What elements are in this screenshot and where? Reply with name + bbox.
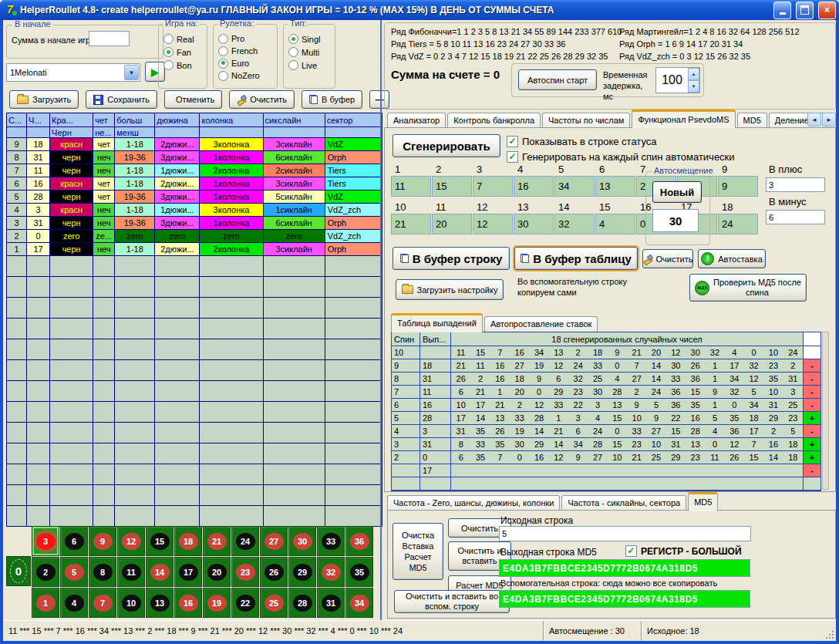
md5-clear-insert-aux-button[interactable]: Очистить и вставить во вспом. строку <box>394 590 510 613</box>
radio-option-fan[interactable]: Fan <box>163 46 207 59</box>
close-button[interactable]: × <box>818 2 836 19</box>
radio-option-nozero[interactable]: NoZero <box>218 69 277 82</box>
radio-option-real[interactable]: Real <box>163 32 207 46</box>
radio-option-singl[interactable]: Singl <box>288 32 335 46</box>
load-settings-button[interactable]: Загрузить настройку <box>396 279 504 300</box>
resize-grip[interactable] <box>825 630 834 639</box>
history-empty-cell <box>263 506 325 527</box>
scroll-right-icon[interactable]: ► <box>822 113 836 126</box>
tab-main-3[interactable]: Функционал PsevdoMS <box>632 110 735 128</box>
board-cell-18[interactable]: 18 <box>174 526 202 556</box>
tab-spins-0[interactable]: Таблица выпадений <box>391 313 483 332</box>
board-cell-1[interactable]: 1 <box>32 588 59 618</box>
radio-option-euro[interactable]: Euro <box>218 57 277 69</box>
spinner-down-icon[interactable]: ▼ <box>688 80 699 93</box>
board-cell-4[interactable]: 4 <box>60 588 88 618</box>
autogenerate-checkbox[interactable]: ✓ Генерировать на каждый спин автоматиче… <box>507 151 735 163</box>
scroll-left-icon[interactable]: ◄ <box>807 113 821 126</box>
autospin-start-button[interactable]: Автоспин старт <box>518 69 597 90</box>
board-cell-10[interactable]: 10 <box>117 588 145 618</box>
board-cell-9[interactable]: 9 <box>89 526 116 556</box>
tab-main-1[interactable]: Контроль банкролла <box>447 113 541 128</box>
minus-input[interactable] <box>766 210 825 224</box>
uppercase-checkbox[interactable]: ✓ РЕГИСТР - БОЛЬШОЙ <box>625 545 742 557</box>
tab-main-2[interactable]: Частоты по числам <box>542 113 630 128</box>
board-cell-20[interactable]: 20 <box>203 557 231 587</box>
autobet-button[interactable]: ! Автоставка <box>698 249 766 268</box>
board-cell-24[interactable]: 24 <box>231 526 259 556</box>
radio-option-multi[interactable]: Multi <box>288 46 335 59</box>
board-cell-0[interactable]: 0 <box>6 556 31 586</box>
board-cell-8[interactable]: 8 <box>89 557 116 587</box>
board-cell-32[interactable]: 32 <box>317 557 345 587</box>
copy-row-button[interactable]: В буфер строку <box>393 247 510 270</box>
plus-input[interactable] <box>766 177 825 192</box>
tab-main-4[interactable]: MD5 <box>737 113 767 128</box>
title-bar: 7 HelperRoullet 4.8- create helperroulle… <box>0 0 839 20</box>
spinner-up-icon[interactable]: ▲ <box>688 68 699 80</box>
board-cell-33[interactable]: 33 <box>317 526 345 556</box>
board-cell-16[interactable]: 16 <box>174 588 202 618</box>
preset-combobox[interactable]: 1Melonati ▼ <box>6 63 140 82</box>
start-sum-input[interactable] <box>89 31 130 46</box>
board-cell-3[interactable]: 3 <box>32 526 59 556</box>
board-cell-11[interactable]: 11 <box>117 557 145 587</box>
spins-number: 15 <box>744 453 763 462</box>
board-cell-19[interactable]: 19 <box>203 588 231 618</box>
history-empty-cell <box>155 485 200 506</box>
toolbar-brush-icon-button[interactable]: Очистить <box>229 90 295 109</box>
board-cell-30[interactable]: 30 <box>288 526 316 556</box>
spins-number: 0 <box>510 453 529 462</box>
board-cell-7[interactable]: 7 <box>89 588 116 618</box>
autoshift-value[interactable]: 30 <box>652 209 699 232</box>
new-button[interactable]: Новый <box>652 181 702 203</box>
delay-spinner[interactable]: 100 ▲ ▼ <box>655 67 700 93</box>
minimize-button[interactable] <box>773 2 791 19</box>
source-string-input[interactable] <box>499 526 751 541</box>
toolbar-undo-icon-button[interactable]: Отменить <box>164 90 222 109</box>
tab-spins-1[interactable]: Автопроставление ставок <box>484 316 598 332</box>
board-cell-14[interactable]: 14 <box>146 557 174 587</box>
tab-freq-0[interactable]: Частота - Zero, шансы, дюжины, колонки <box>387 495 560 511</box>
history-cell: zero <box>115 230 155 243</box>
show-status-checkbox[interactable]: ✓ Показывать в строке статуса <box>507 136 657 147</box>
radio-option-french[interactable]: French <box>218 45 277 57</box>
board-cell-31[interactable]: 31 <box>317 588 345 618</box>
board-cell-2[interactable]: 2 <box>32 557 59 587</box>
board-cell-5[interactable]: 5 <box>60 557 88 587</box>
board-cell-12[interactable]: 12 <box>117 526 145 556</box>
md5-aux-field[interactable]: E4DA3B7FBBCE2345D7772B0674A318D5 <box>499 590 750 608</box>
board-cell-15[interactable]: 15 <box>146 526 174 556</box>
tab-freq-1[interactable]: Частота - сиклайны, сектора <box>561 495 686 511</box>
tab-freq-2[interactable]: MD5 <box>688 492 718 511</box>
board-cell-21[interactable]: 21 <box>203 526 231 556</box>
radio-option-pro[interactable]: Pro <box>218 32 277 45</box>
board-cell-29[interactable]: 29 <box>288 557 316 587</box>
board-cell-27[interactable]: 27 <box>260 526 288 556</box>
spins-scrollbar[interactable] <box>822 332 829 490</box>
board-cell-25[interactable]: 25 <box>260 588 288 618</box>
board-cell-36[interactable]: 36 <box>345 526 373 556</box>
board-cell-34[interactable]: 34 <box>345 588 373 618</box>
radio-option-live[interactable]: Live <box>288 59 335 72</box>
maximize-button[interactable] <box>796 2 814 19</box>
radio-option-bon[interactable]: Bon <box>163 59 207 72</box>
generate-button[interactable]: Сгенерировать <box>393 134 500 157</box>
board-cell-17[interactable]: 17 <box>174 557 202 587</box>
check-md5-button[interactable]: МД5 Проверить МД5 после спина <box>689 274 807 302</box>
board-cell-23[interactable]: 23 <box>231 557 259 587</box>
chevron-down-icon[interactable]: ▼ <box>124 65 139 80</box>
board-cell-22[interactable]: 22 <box>231 588 259 618</box>
md5-all-in-one-button[interactable]: Очистка Вставка Расчет MD5 <box>393 523 443 580</box>
toolbar-copy-icon-button[interactable]: В буфер <box>302 90 362 109</box>
copy-table-button[interactable]: В буфер таблицу <box>514 247 638 270</box>
board-cell-28[interactable]: 28 <box>288 588 316 618</box>
toolbar-save-disk-icon-button[interactable]: Сохранить <box>86 90 157 109</box>
tab-main-0[interactable]: Анализатор <box>387 113 446 128</box>
board-cell-26[interactable]: 26 <box>260 557 288 587</box>
board-cell-35[interactable]: 35 <box>345 557 373 587</box>
board-cell-6[interactable]: 6 <box>60 526 88 556</box>
clear-button[interactable]: Очистить <box>642 249 693 268</box>
board-cell-13[interactable]: 13 <box>146 588 174 618</box>
toolbar-folder-open-icon-button[interactable]: Загрузить <box>9 90 79 109</box>
